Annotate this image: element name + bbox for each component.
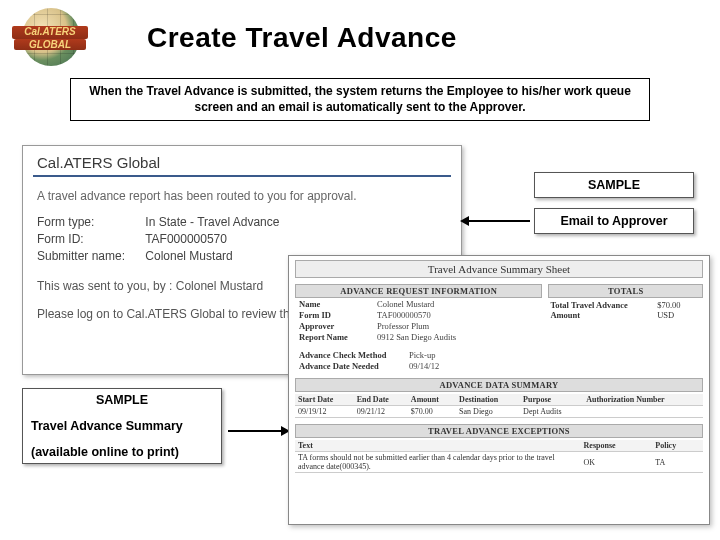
section-exceptions: TRAVEL ADVANCE EXCEPTIONS	[295, 424, 703, 438]
kv-formid-label: Form ID	[299, 310, 377, 320]
form-id-value: TAF000000570	[145, 232, 227, 246]
callout-summary: SAMPLE Travel Advance Summary (available…	[22, 388, 222, 464]
logo-text-top: Cal.ATERS	[12, 26, 88, 39]
email-brand: Cal.ATERS Global	[37, 154, 451, 171]
callout-summary-title: Travel Advance Summary	[31, 419, 213, 433]
form-type-label: Form type:	[37, 215, 142, 229]
arrow-to-email	[468, 220, 530, 222]
kv-report-value: 0912 San Diego Audits	[377, 332, 456, 342]
page-title: Create Travel Advance	[147, 22, 457, 54]
callout-email-to-approver: Email to Approver	[534, 208, 694, 234]
kv-check-value: Pick-up	[409, 350, 435, 360]
advance-data-table: Start Date End Date Amount Destination P…	[295, 394, 703, 418]
submitter-value: Colonel Mustard	[145, 249, 232, 263]
th-start: Start Date	[295, 394, 354, 406]
submitter-label: Submitter name:	[37, 249, 142, 263]
exceptions-table: Text Response Policy TA forms should not…	[295, 440, 703, 473]
kv-name-value: Colonel Mustard	[377, 299, 434, 309]
total-amount: $70.00 USD	[657, 300, 699, 320]
summary-sheet-title: Travel Advance Summary Sheet	[295, 260, 703, 278]
page-header: Cal.ATERS GLOBAL Create Travel Advance	[0, 0, 720, 70]
total-label: Total Travel Advance Amount	[550, 300, 657, 320]
intro-text: When the Travel Advance is submitted, th…	[70, 78, 650, 121]
th-auth: Authorization Number	[583, 394, 703, 406]
th-dest: Destination	[456, 394, 520, 406]
kv-approver-label: Approver	[299, 321, 377, 331]
arrow-to-summary	[228, 430, 282, 432]
form-type-value: In State - Travel Advance	[145, 215, 279, 229]
kv-formid-value: TAF000000570	[377, 310, 431, 320]
th-policy: Policy	[652, 440, 703, 452]
kv-check-label: Advance Check Method	[299, 350, 409, 360]
th-end: End Date	[354, 394, 408, 406]
th-purpose: Purpose	[520, 394, 583, 406]
callout-sample-bottom: SAMPLE	[31, 393, 213, 407]
section-totals: TOTALS	[548, 284, 703, 298]
calaters-logo: Cal.ATERS GLOBAL	[12, 8, 87, 68]
email-routed-text: A travel advance report has been routed …	[37, 189, 451, 203]
th-amount: Amount	[408, 394, 456, 406]
email-divider	[33, 175, 451, 177]
kv-name-label: Name	[299, 299, 377, 309]
kv-approver-value: Professor Plum	[377, 321, 429, 331]
table-row: 09/19/12 09/21/12 $70.00 San Diego Dept …	[295, 406, 703, 418]
callout-sample-top: SAMPLE	[534, 172, 694, 198]
callout-available: (available online to print)	[31, 445, 213, 459]
form-id-label: Form ID:	[37, 232, 142, 246]
kv-needed-label: Advance Date Needed	[299, 361, 409, 371]
logo-text-bottom: GLOBAL	[14, 39, 86, 50]
summary-sheet-panel: Travel Advance Summary Sheet ADVANCE REQ…	[288, 255, 710, 525]
kv-needed-value: 09/14/12	[409, 361, 439, 371]
kv-report-label: Report Name	[299, 332, 377, 342]
th-text: Text	[295, 440, 581, 452]
section-data-summary: ADVANCE DATA SUMMARY	[295, 378, 703, 392]
table-row: TA forms should not be submitted earlier…	[295, 452, 703, 473]
th-response: Response	[581, 440, 653, 452]
section-request-info: ADVANCE REQUEST INFORMATION	[295, 284, 542, 298]
